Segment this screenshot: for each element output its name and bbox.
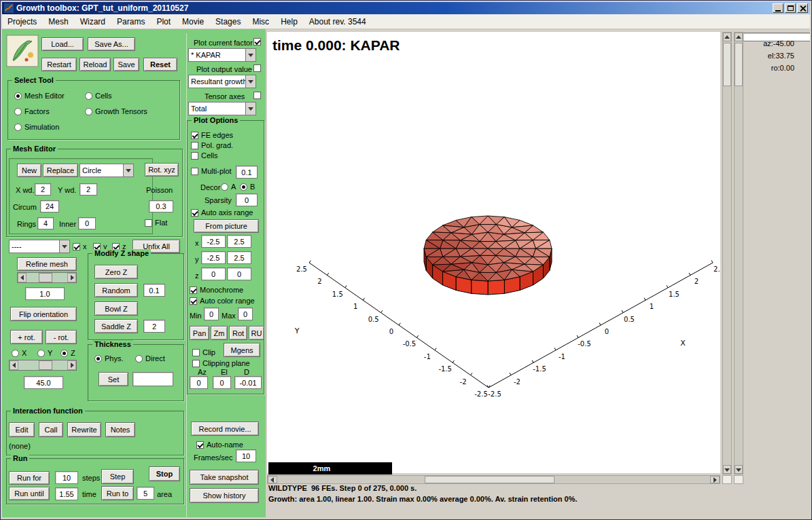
multi-plot-checkbox[interactable]: Multi-plot [191,167,232,175]
stop-button[interactable]: Stop [149,466,180,481]
tensor-dropdown[interactable]: Total [188,102,256,115]
menu-plot[interactable]: Plot [156,17,171,26]
arrow-down-icon[interactable] [723,465,731,474]
zmin-field[interactable]: 0 [201,267,226,280]
slider-thumb[interactable] [39,360,52,370]
radio-rot-z[interactable]: Z [60,349,75,357]
random-z-button[interactable]: Random [94,283,138,297]
elevation-scrollbar[interactable] [734,32,743,475]
reload-button[interactable]: Reload [80,58,111,71]
flat-checkbox[interactable]: Flat [145,219,167,227]
time-field[interactable]: 1.55 [55,487,78,500]
clip-el-field[interactable]: 0 [213,376,231,389]
rewrite-button[interactable]: Rewrite [67,422,101,437]
random-amount-field[interactable]: 0.1 [143,284,165,297]
radio-decor-b[interactable]: B [240,183,255,191]
zoom-button[interactable]: Zm [211,326,228,340]
step-button[interactable]: Step [101,469,134,484]
arrow-up-icon[interactable] [735,33,743,41]
scrollbar-thumb[interactable] [723,43,731,86]
show-history-button[interactable]: Show history [190,488,259,503]
run-to-button[interactable]: Run to [101,486,134,500]
fe-edges-checkbox[interactable]: FE edges [191,131,233,139]
auto-axis-range-checkbox[interactable]: Auto axis range [191,208,253,217]
min-field[interactable]: 0 [204,308,219,320]
radio-rot-y[interactable]: Y [37,349,52,357]
minus-rot-button[interactable]: - rot. [46,330,77,344]
cells-checkbox[interactable]: Cells [191,151,217,160]
y-width-field[interactable]: 2 [80,183,97,196]
area-field[interactable]: 5 [137,487,154,500]
radio-growth-tensors[interactable]: Growth Tensors [85,107,147,115]
arrow-right-icon[interactable] [67,273,76,282]
arrow-up-icon[interactable] [723,33,731,41]
monochrome-checkbox[interactable]: Monochrome [190,286,243,294]
call-button[interactable]: Call [39,422,63,437]
clip-az-field[interactable]: 0 [190,376,208,389]
frames-field[interactable]: 10 [236,449,256,462]
max-field[interactable]: 0 [238,308,253,320]
fix-selector-dropdown[interactable]: ---- [9,240,70,253]
zero-z-button[interactable]: Zero Z [94,265,138,279]
notes-button[interactable]: Notes [105,422,135,437]
take-snapshot-button[interactable]: Take snapshot [190,470,259,485]
rotate-angle-field[interactable]: 45.0 [24,376,63,389]
rotate-slider[interactable] [9,360,77,371]
radio-thickness-direct[interactable]: Direct [135,354,165,363]
scrollbar-thumb[interactable] [425,476,554,483]
scrollbar-thumb[interactable] [735,43,743,86]
x-width-field[interactable]: 2 [35,183,51,196]
menu-misc[interactable]: Misc [252,17,269,26]
fix-x-checkbox[interactable]: x [73,242,87,250]
output-dropdown[interactable]: Resultant growth... [188,75,256,88]
slider-track[interactable] [18,360,67,370]
reset-button[interactable]: Reset [143,58,177,71]
rotate-button[interactable]: Rot [229,326,247,340]
arrow-right-icon[interactable] [67,360,76,370]
record-movie-button[interactable]: Record movie... [191,422,259,436]
run-until-button[interactable]: Run until [9,487,50,500]
clip-checkbox[interactable]: Clip [192,348,215,356]
arrow-left-icon[interactable] [18,273,27,282]
rot-xyz-button[interactable]: Rot. xyz [145,163,179,177]
flip-orientation-button[interactable]: Flip orientation [10,307,77,321]
poisson-field[interactable]: 0.3 [149,200,173,212]
menu-mesh[interactable]: Mesh [48,17,68,26]
zmax-field[interactable]: 0 [227,267,251,280]
refine-mesh-button[interactable]: Refine mesh [17,257,77,271]
refine-amount-field[interactable]: 1.0 [25,287,65,300]
inner-field[interactable]: 0 [78,217,96,229]
sparsity-field[interactable]: 0 [236,193,258,206]
factor-dropdown[interactable]: * KAPAR [188,48,256,62]
radio-factors[interactable]: Factors [14,107,50,115]
scrollbar-track[interactable] [277,476,710,483]
mesh-shape-dropdown[interactable]: Circle [80,164,134,177]
pan-button[interactable]: Pan [190,326,209,340]
circum-field[interactable]: 24 [40,200,59,212]
new-mesh-button[interactable]: New [17,164,41,177]
bowl-z-button[interactable]: Bowl Z [94,301,138,316]
rotate-up-button[interactable]: RU [249,326,264,340]
save-as-button[interactable]: Save As... [88,37,135,51]
steps-field[interactable]: 10 [55,471,78,484]
plot-output-value-checkbox[interactable] [253,64,261,72]
set-thickness-button[interactable]: Set [99,372,128,386]
ymin-field[interactable]: -2.5 [201,251,226,264]
menu-help[interactable]: Help [281,17,298,26]
radio-decor-a[interactable]: A [221,183,236,191]
scrollbar-track[interactable] [735,41,743,465]
radio-mesh-editor[interactable]: Mesh Editor [14,92,65,100]
maximize-button[interactable] [785,3,796,13]
arrow-left-icon[interactable] [10,360,18,370]
scrollbar-track[interactable] [723,41,731,465]
menu-stages[interactable]: Stages [215,17,241,26]
radio-simulation[interactable]: Simulation [14,123,59,131]
edit-button[interactable]: Edit [9,422,35,437]
refine-slider[interactable] [17,272,77,283]
from-picture-button[interactable]: From picture [194,219,259,233]
run-for-button[interactable]: Run for [9,471,50,485]
arrow-down-icon[interactable] [735,465,743,474]
plot-current-factor-checkbox[interactable] [253,38,261,45]
tensor-axes-checkbox[interactable] [253,92,261,99]
plus-rot-button[interactable]: + rot. [10,330,43,344]
